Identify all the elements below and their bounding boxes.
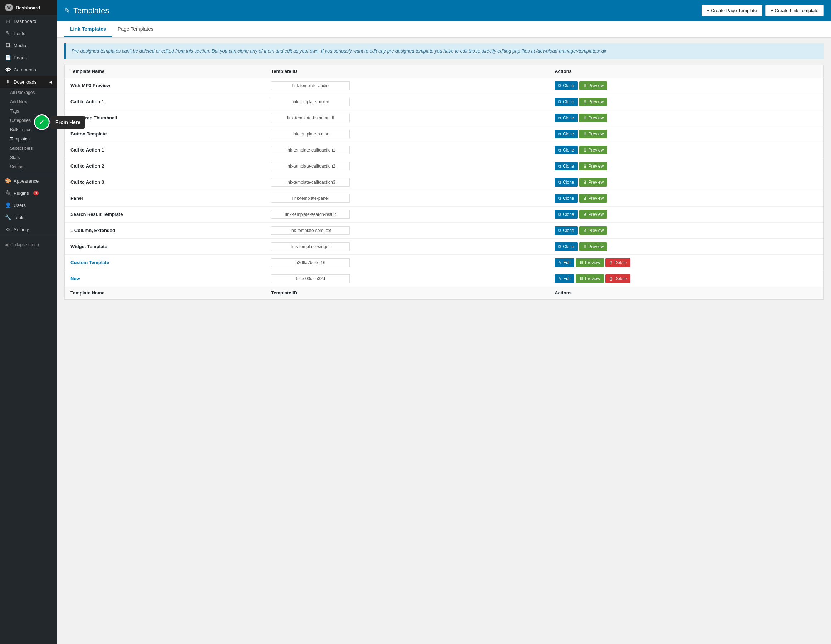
template-id-input[interactable] [271, 242, 350, 251]
table-row: Custom Template✎ Edit🖥 Preview🗑 Delete [65, 254, 823, 270]
sidebar-item-tools[interactable]: 🔧 Tools [0, 211, 57, 223]
clone-icon: ⧉ [558, 196, 561, 201]
template-id-input[interactable] [271, 162, 350, 170]
template-id-input[interactable] [271, 226, 350, 235]
template-name-label: Call to Action 2 [70, 163, 104, 169]
sidebar-sub-settings[interactable]: Settings [0, 162, 57, 172]
sidebar-item-users[interactable]: 👤 Users [0, 199, 57, 211]
actions-container: ✎ Edit🖥 Preview🗑 Delete [555, 275, 818, 283]
table-cell-actions: ✎ Edit🖥 Preview🗑 Delete [549, 254, 823, 270]
table-cell-actions: ⧉ Clone🖥 Preview [549, 126, 823, 142]
template-id-input[interactable] [271, 178, 350, 186]
template-id-input[interactable] [271, 275, 350, 283]
sidebar-item-appearance[interactable]: 🎨 Appearance [0, 175, 57, 187]
preview-button[interactable]: 🖥 Preview [576, 258, 604, 267]
clone-button[interactable]: ⧉ Clone [555, 194, 578, 203]
table-cell-name: Call to Action 3 [65, 174, 265, 190]
monitor-icon: 🖥 [583, 212, 587, 217]
table-cell-name: Panel [65, 190, 265, 206]
edit-button[interactable]: ✎ Edit [555, 275, 574, 283]
preview-button[interactable]: 🖥 Preview [579, 162, 608, 170]
table-cell-actions: ⧉ Clone🖥 Preview [549, 222, 823, 239]
sidebar-item-pages[interactable]: 📄 Pages [0, 51, 57, 64]
clone-button[interactable]: ⧉ Clone [555, 242, 578, 251]
clone-button[interactable]: ⧉ Clone [555, 130, 578, 138]
sidebar-item-downloads[interactable]: ⬇ Downloads ◀ [0, 76, 57, 88]
template-name-link[interactable]: Custom Template [70, 260, 109, 265]
dashboard-icon: ⊞ [5, 18, 11, 24]
downloads-icon: ⬇ [5, 79, 11, 85]
edit-button[interactable]: ✎ Edit [555, 258, 574, 267]
plugins-badge: 9 [33, 191, 39, 196]
clone-button[interactable]: ⧉ Clone [555, 210, 578, 219]
tab-page-templates[interactable]: Page Templates [112, 21, 159, 37]
clone-button[interactable]: ⧉ Clone [555, 178, 578, 186]
template-name-label: Call to Action 1 [70, 99, 104, 104]
sidebar-item-plugins[interactable]: 🔌 Plugins 9 [0, 187, 57, 199]
create-link-template-button[interactable]: + Create Link Template [765, 5, 824, 16]
appearance-icon: 🎨 [5, 178, 11, 184]
template-id-input[interactable] [271, 130, 350, 138]
delete-button[interactable]: 🗑 Delete [605, 258, 631, 267]
sidebar-item-dashboard[interactable]: ⊞ Dashboard [0, 15, 57, 27]
sidebar-sub-stats[interactable]: Stats [0, 153, 57, 162]
preview-button[interactable]: 🖥 Preview [579, 130, 608, 138]
monitor-icon: 🖥 [583, 228, 587, 233]
sidebar-item-label: Dashboard [14, 19, 37, 24]
create-page-template-button[interactable]: + Create Page Template [702, 5, 763, 16]
table-row: Panel⧉ Clone🖥 Preview [65, 190, 823, 206]
sidebar-logo[interactable]: W Dashboard [0, 0, 57, 15]
sidebar-sub-templates[interactable]: Templates [0, 134, 57, 144]
clone-button[interactable]: ⧉ Clone [555, 162, 578, 170]
table-cell-id [265, 126, 549, 142]
preview-button[interactable]: 🖥 Preview [576, 275, 604, 283]
sidebar-item-media[interactable]: 🖼 Media [0, 39, 57, 51]
footer-col-actions: Actions [549, 286, 823, 299]
table-cell-actions: ⧉ Clone🖥 Preview [549, 94, 823, 110]
preview-button[interactable]: 🖥 Preview [579, 178, 608, 186]
template-id-input[interactable] [271, 81, 350, 90]
template-id-input[interactable] [271, 97, 350, 106]
clone-button[interactable]: ⧉ Clone [555, 114, 578, 122]
template-id-input[interactable] [271, 194, 350, 203]
sidebar-sub-subscribers[interactable]: Subscribers [0, 144, 57, 153]
downloads-arrow-icon: ◀ [49, 80, 52, 84]
preview-button[interactable]: 🖥 Preview [579, 114, 608, 122]
tab-link-templates[interactable]: Link Templates [64, 21, 112, 37]
template-name-link[interactable]: New [70, 276, 80, 281]
sidebar-item-label: Appearance [14, 178, 38, 184]
preview-button[interactable]: 🖥 Preview [579, 146, 608, 154]
clone-icon: ⧉ [558, 180, 561, 185]
clone-button[interactable]: ⧉ Clone [555, 146, 578, 154]
table-cell-id [265, 190, 549, 206]
sidebar-sub-add-new[interactable]: Add New [0, 97, 57, 107]
page-title: ✎ Templates [64, 6, 109, 15]
sidebar-item-posts[interactable]: ✎ Posts [0, 27, 57, 39]
table-row: Call to Action 1⧉ Clone🖥 Preview [65, 142, 823, 158]
clone-button[interactable]: ⧉ Clone [555, 226, 578, 235]
collapse-menu[interactable]: ◀ Collapse menu [0, 239, 57, 251]
preview-button[interactable]: 🖥 Preview [579, 97, 608, 106]
template-id-input[interactable] [271, 258, 350, 267]
sidebar-item-settings[interactable]: ⚙ Settings [0, 223, 57, 235]
table-cell-id [265, 142, 549, 158]
template-id-input[interactable] [271, 146, 350, 154]
edit-icon: ✎ [558, 260, 562, 265]
delete-button[interactable]: 🗑 Delete [605, 275, 631, 283]
table-row: Call to Action 1⧉ Clone🖥 Preview [65, 94, 823, 110]
preview-button[interactable]: 🖥 Preview [579, 210, 608, 219]
table-row: Bootstrap Thumbnail⧉ Clone🖥 Preview [65, 110, 823, 126]
preview-button[interactable]: 🖥 Preview [579, 194, 608, 203]
preview-button[interactable]: 🖥 Preview [579, 81, 608, 90]
monitor-icon: 🖥 [579, 276, 584, 281]
table-cell-actions: ⧉ Clone🖥 Preview [549, 158, 823, 174]
template-id-input[interactable] [271, 210, 350, 219]
sidebar-item-comments[interactable]: 💬 Comments [0, 64, 57, 76]
clone-button[interactable]: ⧉ Clone [555, 81, 578, 90]
sidebar-sub-all-packages[interactable]: All Packages [0, 88, 57, 97]
clone-button[interactable]: ⧉ Clone [555, 97, 578, 106]
preview-button[interactable]: 🖥 Preview [579, 242, 608, 251]
sidebar-logo-label: Dashboard [16, 5, 40, 10]
preview-button[interactable]: 🖥 Preview [579, 226, 608, 235]
template-id-input[interactable] [271, 114, 350, 122]
